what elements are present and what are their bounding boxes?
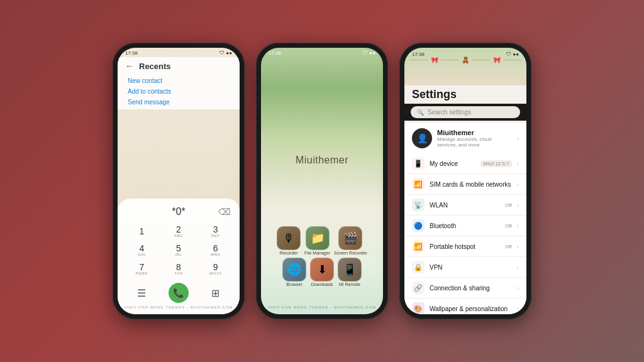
settings-search-bar[interactable]: 🔍 Search settings [411,106,520,118]
watermark-2: VISIT FOR MORE THEMES - MIUITHEMER.COM [261,305,383,309]
settings-item-wallpaper[interactable]: 🎨 Wallpaper & personalization › [404,299,526,314]
send-message-btn[interactable]: Send message [128,99,230,106]
profile-avatar: 👤 [412,128,432,148]
key-3-num: 3 [213,225,218,234]
settings-item-connection[interactable]: 🔗 Connection & sharing › [404,278,526,299]
dialer-area: *0* ⌫ 1 2 ABC 3 [118,199,240,314]
new-contact-btn[interactable]: New contact [128,77,230,84]
app-miremote[interactable]: 📱 Mi Remote [338,258,362,287]
browser-icon: 🌐 [282,258,306,282]
downloads-label: Downloads [311,282,333,287]
recents-title: Recents [139,62,171,71]
settings-item-bt[interactable]: 🔵 Bluetooth Off › [404,216,526,236]
status-icons-2: 🛡 ●● [363,50,375,56]
recorder-label: Recorder [280,251,298,255]
wallpaper-icon: 🎨 [412,302,425,314]
dialpad-btn[interactable]: ⊞ [197,279,233,307]
key-4[interactable]: 4 GHI [124,241,160,259]
mydevice-icon: 📱 [412,157,425,170]
settings-item-sim[interactable]: 📶 SIM cards & mobile networks › [404,174,526,195]
key-1-num: 1 [139,227,144,236]
settings-profile-row[interactable]: 👤 Miuithemer Manage accounts, cloud serv… [404,123,526,153]
settings-content: 17:38 🛡 ●● 🎀 🧸 🎀 [404,48,526,314]
app-filemanager[interactable]: 📁 File Manager [304,226,330,255]
app-downloads[interactable]: ⬇ Downloads [310,258,334,287]
wlan-label: WLAN [430,202,500,209]
app-recorder[interactable]: 🎙 Recorder [277,226,301,255]
backspace-btn[interactable]: ⌫ [218,207,231,217]
screenrec-icon: 🎬 [338,226,362,250]
settings-list: 👤 Miuithemer Manage accounts, cloud serv… [404,121,526,314]
search-placeholder: Search settings [428,109,471,116]
wlan-icon: 📡 [412,199,425,211]
mydevice-label: My device [430,160,475,167]
key-5[interactable]: 5 JKL [161,241,197,259]
app-browser[interactable]: 🌐 Browser [282,258,306,287]
bt-label: Bluetooth [430,222,500,229]
back-button[interactable]: ← [125,61,134,71]
key-2-alpha: ABC [174,234,183,238]
settings-title-area: Settings [404,85,526,104]
menu-btn[interactable]: ☰ [124,279,160,307]
recorder-icon: 🎙 [277,226,301,250]
profile-subtitle: Manage accounts, cloud services, and mor… [437,136,512,148]
browser-label: Browser [286,282,303,287]
watermark-1: VISIT FOR MORE THEMES - MIUITHEMER.COM [118,305,240,309]
profile-info: Miuithemer Manage accounts, cloud servic… [437,129,512,148]
dialer-bottom: ☰ 📞 ⊞ [124,279,233,307]
key-3[interactable]: 3 DEF [197,222,233,240]
dialer-input[interactable]: *0* [172,206,185,217]
filemanager-icon: 📁 [306,226,330,250]
connection-label: Connection & sharing [430,285,512,292]
screenrec-label: Screen Recorder [334,251,367,255]
app-grid: 🎙 Recorder 📁 File Manager [261,226,383,289]
settings-item-mydevice[interactable]: 📱 My device MIUI 12.5.7 › [404,153,526,174]
search-icon: 🔍 [417,109,424,116]
status-icons-1: 🛡 ●● [219,50,232,56]
status-bar-1: 17:38 🛡 ●● [118,48,240,57]
app-screenrec[interactable]: 🎬 Screen Recorder [334,226,367,255]
recents-actions: New contact Add to contacts Send message [118,74,240,109]
call-btn-area[interactable]: 📞 [161,279,197,307]
key-2-num: 2 [176,225,181,234]
bt-value: Off [505,223,512,229]
key-6[interactable]: 6 MNO [197,241,233,259]
home-username: Miuithemer [261,155,383,166]
settings-item-vpn[interactable]: 🔒 VPN › [404,257,526,278]
add-to-contacts-btn[interactable]: Add to contacts [128,88,230,95]
hotspot-label: Portable hotspot [430,243,500,250]
dialer-grid: 1 2 ABC 3 DEF 4 GHI [124,222,233,278]
call-icon[interactable]: 📞 [169,283,189,303]
key-1[interactable]: 1 [124,222,160,240]
profile-name: Miuithemer [437,129,512,136]
status-time-3: 17:38 [412,52,425,57]
key-7[interactable]: 7 PQRS [124,260,160,278]
settings-status-bar: 17:38 🛡 ●● [404,49,526,58]
miremote-label: Mi Remote [339,282,360,287]
connection-icon: 🔗 [412,282,425,294]
wlan-value: Off [505,202,512,208]
phone-3: 17:38 🛡 ●● 🎀 🧸 🎀 [399,43,531,319]
wallpaper-label: Wallpaper & personalization [430,305,512,312]
hotspot-value: Off [505,244,512,250]
downloads-icon: ⬇ [310,258,334,282]
app-row-2: 🌐 Browser ⬇ Downloads 📱 [266,258,378,287]
key-8[interactable]: 8 TUV [161,260,197,278]
status-time-1: 17:38 [125,50,138,56]
settings-page-title: Settings [412,88,457,101]
settings-item-hotspot[interactable]: 📶 Portable hotspot Off › [404,236,526,257]
status-time-2: 17:38 [269,50,281,56]
sim-icon: 📶 [412,178,425,190]
settings-xmas-header: 17:38 🛡 ●● 🎀 🧸 🎀 [404,48,526,85]
bt-icon: 🔵 [412,219,425,232]
settings-item-wlan[interactable]: 📡 WLAN Off › [404,195,526,216]
status-bar-2: 17:38 🛡 ●● [261,48,383,57]
dialer-display: *0* ⌫ [124,204,233,220]
homescreen-content: 17:38 🛡 ●● Miuithemer 🎙 Recorder [261,48,383,314]
mydevice-value: MIUI 12.5.7 [480,160,511,167]
key-2[interactable]: 2 ABC [161,222,197,240]
key-9[interactable]: 9 WXYZ [197,260,233,278]
phone1-content: 17:38 🛡 ●● ← Recents New contact Add to … [118,48,240,314]
vpn-label: VPN [430,264,512,271]
hotspot-icon: 📶 [412,240,425,253]
